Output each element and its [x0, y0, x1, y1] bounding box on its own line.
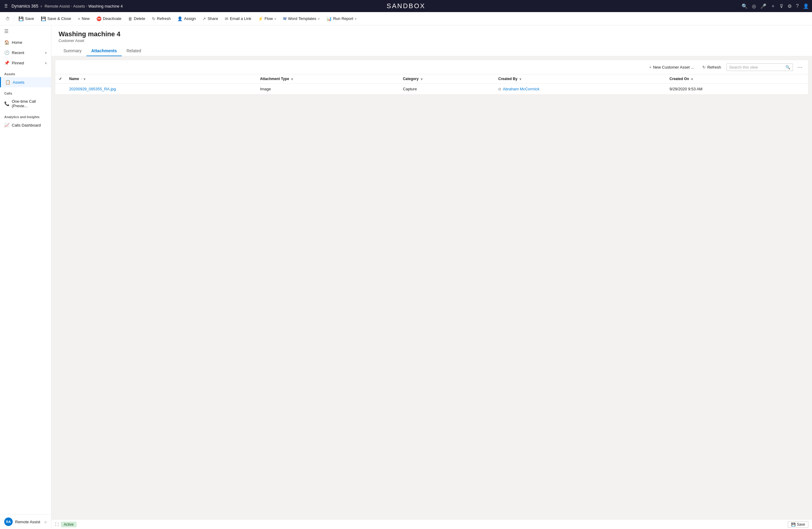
sub-content: + New Customer Asset ... ↻ Refresh 🔍 ⋯ — [52, 56, 812, 519]
col-created-by-label: Created By — [498, 77, 517, 81]
nav-brand[interactable]: Dynamics 365 ∨ — [12, 4, 42, 9]
col-created-on[interactable]: Created On ∨ — [666, 74, 808, 84]
history-button[interactable]: ⏱ — [2, 14, 13, 23]
word-templates-icon: W — [283, 17, 286, 21]
tab-summary[interactable]: Summary — [59, 46, 86, 56]
run-report-button[interactable]: 📊 Run Report ∨ — [323, 14, 360, 23]
delete-icon: 🗑 — [128, 16, 132, 21]
mic-icon[interactable]: 🎤 — [760, 3, 766, 9]
breadcrumb-assets[interactable]: Assets — [73, 4, 85, 9]
refresh-icon: ↻ — [152, 16, 156, 21]
status-save-label: Save — [797, 523, 805, 527]
new-button[interactable]: + New — [75, 14, 92, 23]
sidebar-item-assets[interactable]: 📋 Assets — [0, 77, 51, 87]
top-nav: ⠿ Dynamics 365 ∨ Remote Assist › Assets … — [0, 0, 812, 12]
sidebar-footer: RA Remote Assist ◇ — [0, 514, 51, 529]
refresh-button[interactable]: ↻ Refresh — [149, 14, 174, 23]
delete-label: Delete — [134, 16, 145, 21]
row-name-link[interactable]: 20200929_095355_RA.jpg — [69, 87, 116, 91]
table-header-row: ✓ Name ↑ ∨ Attachment Type ∨ C — [55, 74, 808, 84]
run-report-icon: 📊 — [327, 16, 332, 21]
table-body: 20200929_095355_RA.jpg Image Capture ⊙ A… — [55, 84, 808, 95]
save-button[interactable]: 💾 Save — [15, 14, 37, 23]
breadcrumb-app[interactable]: Remote Assist — [45, 4, 70, 9]
created-by-icon: ⊙ — [498, 87, 501, 91]
search-box: 🔍 — [726, 63, 793, 71]
sidebar-footer-chevron-icon[interactable]: ◇ — [44, 520, 47, 524]
more-options-button[interactable]: ⋯ — [795, 62, 804, 72]
col-category[interactable]: Category ∨ — [400, 74, 495, 84]
search-input[interactable] — [729, 65, 784, 70]
page-subtitle: Customer Asset — [59, 39, 805, 43]
main-layout: ☰ 🏠 Home 🕐 Recent ∨ 📌 Pinned ∨ Assets 📋 … — [0, 25, 812, 529]
share-button[interactable]: ↗ Share — [199, 14, 221, 23]
sidebar-item-recent[interactable]: 🕐 Recent ∨ — [0, 47, 51, 58]
deactivate-label: Deactivate — [103, 16, 121, 21]
recent-chevron-icon: ∨ — [45, 51, 47, 54]
select-all-checkbox[interactable]: ✓ — [55, 74, 66, 84]
search-icon: 🔍 — [785, 65, 790, 70]
sidebar-item-one-time-call-label: One-time Call (Previe... — [12, 99, 47, 108]
table-header: ✓ Name ↑ ∨ Attachment Type ∨ C — [55, 74, 808, 84]
sidebar-item-assets-label: Assets — [13, 80, 25, 85]
sidebar-item-calls-dashboard[interactable]: 📈 Calls Dashboard — [0, 120, 51, 130]
sidebar: ☰ 🏠 Home 🕐 Recent ∨ 📌 Pinned ∨ Assets 📋 … — [0, 25, 52, 529]
row-category-cell: Capture — [400, 84, 495, 95]
breadcrumb: Remote Assist › Assets › Washing machine… — [45, 4, 122, 9]
user-icon[interactable]: 👤 — [803, 3, 809, 9]
analytics-section-title: Analytics and Insights — [0, 111, 51, 120]
col-attachment-type-sort-icon: ∨ — [291, 77, 293, 81]
delete-button[interactable]: 🗑 Delete — [125, 14, 148, 23]
settings-icon[interactable]: ⚙ — [787, 3, 792, 9]
check-icon: ✓ — [59, 77, 62, 81]
deactivate-button[interactable]: ⛔ Deactivate — [93, 14, 125, 23]
col-created-by[interactable]: Created By ∨ — [494, 74, 666, 84]
new-customer-asset-label: New Customer Asset ... — [653, 65, 694, 70]
status-save-button[interactable]: 💾 Save — [788, 521, 808, 528]
word-templates-chevron-icon: ∨ — [318, 17, 320, 20]
word-templates-button[interactable]: W Word Templates ∨ — [280, 14, 323, 23]
row-checkbox[interactable] — [55, 84, 66, 95]
save-close-button[interactable]: 💾 Save & Close — [38, 14, 74, 23]
help-icon[interactable]: ? — [796, 3, 799, 9]
expand-button[interactable]: ⛶ — [55, 523, 59, 527]
refresh-label: Refresh — [157, 16, 171, 21]
share-label: Share — [207, 16, 218, 21]
filter-icon[interactable]: ⊽ — [780, 3, 783, 9]
row-created-by-cell: ⊙ Abraham McCormick — [494, 84, 666, 95]
share-icon: ↗ — [202, 16, 206, 21]
new-customer-asset-button[interactable]: + New Customer Asset ... — [646, 63, 697, 71]
new-asset-icon: + — [649, 65, 652, 70]
sidebar-item-home[interactable]: 🏠 Home — [0, 37, 51, 47]
add-icon[interactable]: ＋ — [771, 3, 775, 9]
tab-related[interactable]: Related — [122, 46, 146, 56]
flow-button[interactable]: ⚡ Flow ∨ — [255, 14, 279, 23]
sidebar-item-one-time-call[interactable]: 📞 One-time Call (Previe... — [0, 96, 51, 111]
search-icon[interactable]: 🔍 — [742, 3, 748, 9]
sidebar-hamburger-button[interactable]: ☰ — [0, 25, 51, 37]
table-row: 20200929_095355_RA.jpg Image Capture ⊙ A… — [55, 84, 808, 95]
nav-left: ⠿ Dynamics 365 ∨ Remote Assist › Assets … — [3, 2, 739, 10]
assign-button[interactable]: 👤 Assign — [174, 14, 199, 23]
page-header: Washing machine 4 Customer Asset Summary… — [52, 25, 812, 56]
tab-attachments[interactable]: Attachments — [86, 46, 122, 56]
page-tabs: Summary Attachments Related — [59, 46, 805, 56]
created-by-container: ⊙ Abraham McCormick — [498, 87, 662, 91]
col-attachment-type[interactable]: Attachment Type ∨ — [257, 74, 400, 84]
col-name[interactable]: Name ↑ ∨ — [66, 74, 257, 84]
col-category-sort-icon: ∨ — [420, 77, 423, 81]
panel-refresh-button[interactable]: ↻ Refresh — [699, 63, 724, 71]
col-attachment-type-label: Attachment Type — [260, 77, 289, 81]
sidebar-item-pinned[interactable]: 📌 Pinned ∨ — [0, 58, 51, 68]
col-created-on-sort-icon: ∨ — [691, 77, 693, 81]
created-by-link[interactable]: Abraham McCormick — [503, 87, 539, 91]
email-icon: ✉ — [225, 16, 228, 21]
sidebar-item-calls-dashboard-label: Calls Dashboard — [12, 123, 41, 128]
col-name-sort-icon: ↑ ∨ — [81, 77, 86, 81]
apps-menu-button[interactable]: ⠿ — [3, 2, 9, 10]
sidebar-item-home-label: Home — [12, 40, 23, 45]
flow-chevron-icon: ∨ — [274, 17, 276, 20]
contact-icon[interactable]: ◎ — [752, 3, 756, 9]
email-link-button[interactable]: ✉ Email a Link — [222, 14, 255, 23]
save-label: Save — [25, 16, 34, 21]
